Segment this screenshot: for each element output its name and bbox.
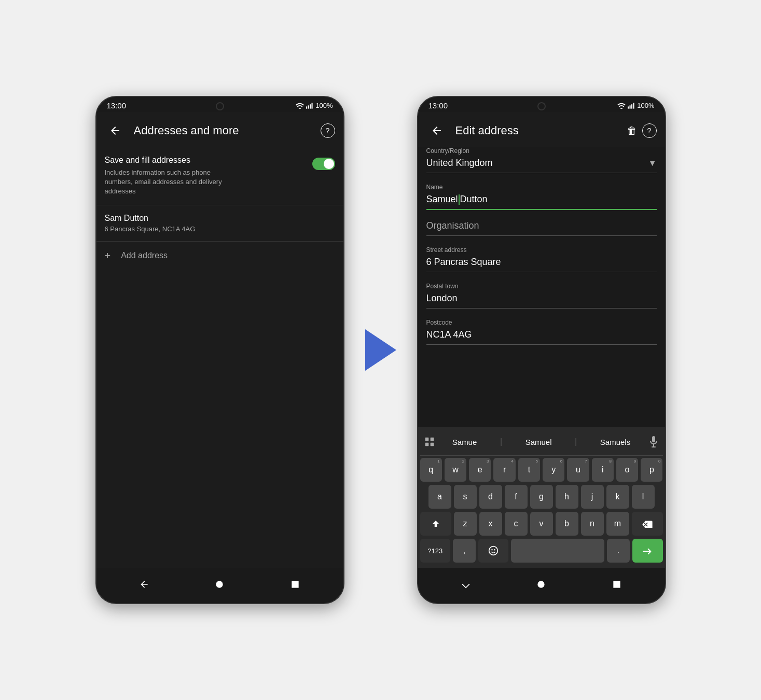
name-label: Name bbox=[426, 184, 657, 191]
street-value: 6 Pancras Square bbox=[426, 257, 501, 267]
key-u[interactable]: u7 bbox=[567, 458, 589, 482]
backspace-key[interactable] bbox=[632, 512, 663, 536]
key-v[interactable]: v bbox=[530, 512, 553, 536]
key-x[interactable]: x bbox=[479, 512, 502, 536]
nav-home-right[interactable] bbox=[531, 574, 551, 595]
org-field[interactable]: Organisation bbox=[426, 220, 657, 236]
nav-recent-left[interactable] bbox=[285, 574, 306, 595]
key-e[interactable]: e3 bbox=[469, 458, 491, 482]
key-k[interactable]: k bbox=[606, 485, 629, 509]
org-field-group: Organisation bbox=[426, 220, 657, 236]
comma-key[interactable]: , bbox=[453, 539, 476, 563]
save-fill-setting[interactable]: Save and fill addresses Includes informa… bbox=[96, 147, 343, 205]
svg-rect-3 bbox=[312, 103, 313, 108]
key-row-1: q1 w2 e3 r4 t5 y6 u7 i8 o9 p0 bbox=[420, 458, 663, 482]
left-phone: 13:00 100% Addresses and more ? bbox=[95, 96, 344, 604]
help-icon-left: ? bbox=[326, 127, 330, 135]
signal-icon-right bbox=[628, 103, 635, 109]
address-name: Sam Dutton bbox=[105, 214, 335, 223]
help-icon-right: ? bbox=[647, 127, 652, 135]
app-bar-left: Addresses and more ? bbox=[96, 112, 343, 147]
svg-rect-5 bbox=[292, 581, 298, 587]
country-label: Country/Region bbox=[426, 147, 657, 155]
key-l[interactable]: l bbox=[632, 485, 655, 509]
key-i[interactable]: i8 bbox=[592, 458, 614, 482]
key-s[interactable]: s bbox=[454, 485, 477, 509]
svg-rect-6 bbox=[628, 106, 629, 108]
key-w[interactable]: w2 bbox=[445, 458, 466, 482]
postal-town-field-group: Postal town London bbox=[426, 283, 657, 309]
key-h[interactable]: h bbox=[556, 485, 578, 509]
key-t[interactable]: t5 bbox=[518, 458, 540, 482]
svg-point-17 bbox=[489, 547, 498, 555]
address-detail: 6 Pancras Square, NC1A 4AG bbox=[105, 225, 335, 233]
svg-rect-13 bbox=[430, 443, 434, 446]
nav-bar-right bbox=[418, 568, 665, 603]
key-c[interactable]: c bbox=[505, 512, 528, 536]
enter-key[interactable] bbox=[632, 539, 662, 563]
country-select[interactable]: United Kingdom ▼ bbox=[426, 158, 657, 173]
nav-recent-icon-right bbox=[612, 579, 622, 590]
back-icon-left bbox=[109, 124, 121, 137]
suggestion-0[interactable]: Samue bbox=[448, 436, 481, 449]
screen-content-left: Save and fill addresses Includes informa… bbox=[96, 147, 343, 568]
arrow-shape bbox=[365, 329, 396, 371]
nav-back-left[interactable] bbox=[134, 574, 155, 595]
status-icons-left: 100% bbox=[296, 102, 333, 109]
right-phone: 13:00 100% Edit address 🗑 ? Country/ bbox=[417, 96, 666, 604]
postal-town-field[interactable]: London bbox=[426, 293, 657, 309]
transition-arrow bbox=[365, 329, 396, 371]
key-n[interactable]: n bbox=[581, 512, 604, 536]
nav-home-left[interactable] bbox=[209, 574, 230, 595]
nav-back-right[interactable] bbox=[455, 574, 476, 595]
key-o[interactable]: o9 bbox=[616, 458, 638, 482]
nav-home-icon-right bbox=[536, 579, 546, 590]
key-y[interactable]: y6 bbox=[543, 458, 564, 482]
key-m[interactable]: m bbox=[606, 512, 629, 536]
svg-rect-8 bbox=[631, 104, 632, 108]
back-button-right[interactable] bbox=[426, 120, 447, 141]
key-g[interactable]: g bbox=[530, 485, 553, 509]
toggle-switch[interactable] bbox=[312, 158, 335, 170]
emoji-key[interactable] bbox=[478, 539, 508, 563]
key-b[interactable]: b bbox=[556, 512, 578, 536]
key-p[interactable]: p0 bbox=[641, 458, 662, 482]
space-key[interactable] bbox=[511, 539, 604, 563]
key-r[interactable]: r4 bbox=[493, 458, 515, 482]
suggestion-1[interactable]: Samuel bbox=[521, 436, 556, 449]
time-right: 13:00 bbox=[428, 101, 448, 110]
edit-form: Country/Region United Kingdom ▼ Name Sam… bbox=[418, 147, 665, 427]
camera-notch-right bbox=[537, 102, 546, 110]
period-key[interactable]: . bbox=[607, 539, 630, 563]
street-field[interactable]: 6 Pancras Square bbox=[426, 257, 657, 272]
num-key[interactable]: ?123 bbox=[420, 539, 450, 563]
key-j[interactable]: j bbox=[581, 485, 604, 509]
address-entry[interactable]: Sam Dutton 6 Pancras Square, NC1A 4AG bbox=[96, 205, 343, 242]
svg-rect-1 bbox=[308, 105, 309, 108]
suggestion-2[interactable]: Samuels bbox=[596, 436, 634, 449]
key-z[interactable]: z bbox=[454, 512, 477, 536]
name-field[interactable]: SamuelDutton bbox=[426, 194, 657, 210]
svg-rect-2 bbox=[310, 104, 311, 108]
key-d[interactable]: d bbox=[479, 485, 502, 509]
key-a[interactable]: a bbox=[428, 485, 451, 509]
help-button-right[interactable]: ? bbox=[642, 123, 657, 138]
mic-button[interactable] bbox=[644, 432, 663, 451]
add-address-button[interactable]: + Add address bbox=[96, 242, 343, 270]
page-title-right: Edit address bbox=[455, 124, 621, 137]
emoji-icon bbox=[488, 545, 499, 556]
help-button-left[interactable]: ? bbox=[321, 123, 335, 138]
key-f[interactable]: f bbox=[505, 485, 528, 509]
street-label: Street address bbox=[426, 246, 657, 254]
keyboard-menu-icon[interactable] bbox=[420, 432, 439, 451]
nav-bar-left bbox=[96, 568, 343, 603]
back-button-left[interactable] bbox=[105, 120, 126, 141]
postcode-field[interactable]: NC1A 4AG bbox=[426, 329, 657, 345]
delete-button[interactable]: 🗑 bbox=[621, 120, 642, 141]
key-q[interactable]: q1 bbox=[420, 458, 442, 482]
postal-town-label: Postal town bbox=[426, 283, 657, 290]
nav-recent-right[interactable] bbox=[606, 574, 627, 595]
content-spacer bbox=[96, 358, 343, 568]
postal-town-value: London bbox=[426, 293, 458, 303]
shift-key[interactable] bbox=[420, 512, 451, 536]
